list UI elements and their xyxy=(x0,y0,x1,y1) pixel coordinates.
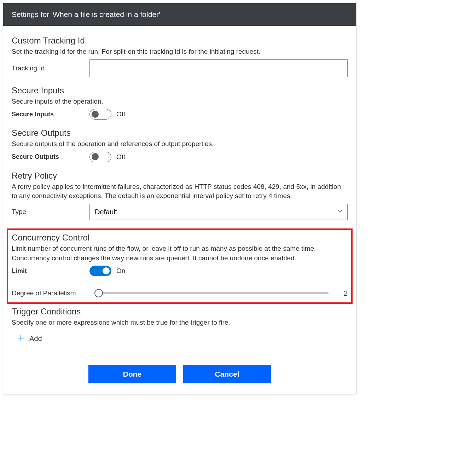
secure-inputs-title: Secure Inputs xyxy=(12,86,348,95)
dialog-body: Custom Tracking Id Set the tracking id f… xyxy=(3,26,356,394)
plus-icon xyxy=(17,334,25,344)
cancel-button[interactable]: Cancel xyxy=(183,365,271,383)
toggle-knob xyxy=(103,267,110,274)
concurrency-highlight: Concurrency Control Limit number of conc… xyxy=(7,228,353,304)
secure-outputs-label: Secure Outputs xyxy=(12,153,89,161)
done-button[interactable]: Done xyxy=(88,365,176,383)
dialog-buttons: Done Cancel xyxy=(12,365,348,387)
tracking-id-title: Custom Tracking Id xyxy=(12,36,348,46)
secure-inputs-label: Secure Inputs xyxy=(12,111,89,118)
secure-outputs-title: Secure Outputs xyxy=(12,128,348,138)
add-condition-button[interactable]: Add xyxy=(17,334,42,344)
secure-outputs-state: Off xyxy=(116,153,125,161)
concurrency-limit-label: Limit xyxy=(12,267,89,275)
parallelism-value: 2 xyxy=(333,289,348,297)
concurrency-limit-state: On xyxy=(116,267,125,275)
retry-policy-desc: A retry policy applies to intermittent f… xyxy=(12,182,348,201)
retry-type-label: Type xyxy=(12,208,89,216)
retry-policy-title: Retry Policy xyxy=(12,171,348,181)
secure-outputs-toggle[interactable] xyxy=(89,152,111,162)
settings-dialog: Settings for 'When a file is created in … xyxy=(3,3,356,394)
section-retry-policy: Retry Policy A retry policy applies to i… xyxy=(12,171,348,220)
secure-inputs-desc: Secure inputs of the operation. xyxy=(12,97,348,106)
secure-outputs-desc: Secure outputs of the operation and refe… xyxy=(12,139,348,149)
trigger-conditions-title: Trigger Conditions xyxy=(12,307,348,317)
slider-thumb[interactable] xyxy=(94,289,103,297)
concurrency-limit-toggle[interactable] xyxy=(89,266,111,276)
trigger-conditions-desc: Specify one or more expressions which mu… xyxy=(12,318,348,327)
section-trigger-conditions: Trigger Conditions Specify one or more e… xyxy=(12,307,348,344)
concurrency-desc: Limit number of concurrent runs of the f… xyxy=(12,244,348,263)
toggle-knob xyxy=(92,111,99,118)
tracking-id-input[interactable] xyxy=(89,59,348,77)
add-condition-label: Add xyxy=(29,335,42,343)
slider-track xyxy=(94,292,329,294)
secure-inputs-state: Off xyxy=(116,110,125,118)
secure-inputs-toggle[interactable] xyxy=(89,109,111,120)
tracking-id-label: Tracking Id xyxy=(12,64,89,72)
section-tracking-id: Custom Tracking Id Set the tracking id f… xyxy=(12,36,348,77)
dialog-title: Settings for 'When a file is created in … xyxy=(12,10,160,18)
parallelism-slider[interactable] xyxy=(94,289,329,297)
toggle-knob xyxy=(92,153,99,160)
section-secure-inputs: Secure Inputs Secure inputs of the opera… xyxy=(12,86,348,120)
concurrency-title: Concurrency Control xyxy=(12,233,348,243)
tracking-id-desc: Set the tracking id for the run. For spl… xyxy=(12,47,348,57)
parallelism-label: Degree of Parallelism xyxy=(12,289,89,297)
section-secure-outputs: Secure Outputs Secure outputs of the ope… xyxy=(12,128,348,162)
section-concurrency: Concurrency Control Limit number of conc… xyxy=(12,233,348,297)
dialog-header: Settings for 'When a file is created in … xyxy=(3,3,356,26)
retry-type-select[interactable]: Default xyxy=(89,204,348,220)
